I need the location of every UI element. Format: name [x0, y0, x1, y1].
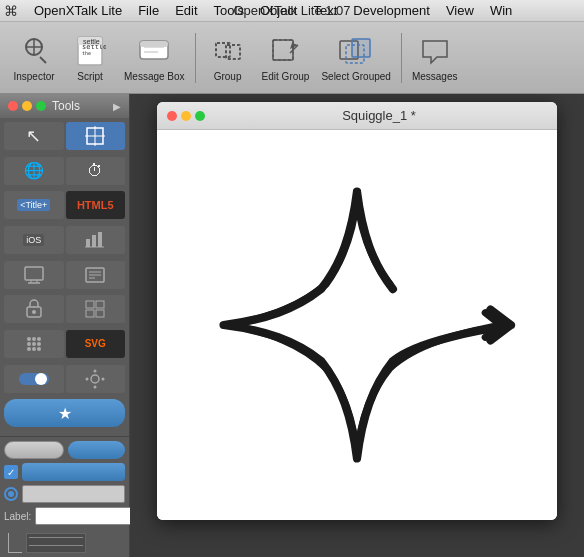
menu-app[interactable]: OpenXTalk Lite — [26, 0, 130, 22]
message-box-icon — [136, 33, 172, 69]
menu-tools[interactable]: Tools — [206, 0, 252, 22]
star-tool[interactable]: ★ — [4, 399, 125, 427]
svg-point-51 — [37, 342, 41, 346]
menu-object[interactable]: Object — [252, 0, 306, 22]
group-icon — [210, 33, 246, 69]
svg-point-58 — [94, 369, 97, 372]
svg-line-3 — [40, 57, 46, 63]
edit-group-label: Edit Group — [262, 71, 310, 82]
svg-rect-45 — [96, 310, 104, 317]
message-box-label: Message Box — [124, 71, 185, 82]
svg-point-61 — [102, 377, 105, 380]
svg-point-40 — [32, 310, 36, 314]
message-box-button[interactable]: Message Box — [120, 26, 189, 90]
svg-point-59 — [94, 385, 97, 388]
canvas-close-dot[interactable] — [167, 111, 177, 121]
svg-rect-44 — [86, 310, 94, 317]
monitor-tool[interactable] — [4, 261, 64, 289]
pill-button-1[interactable] — [4, 441, 64, 459]
globe-tool[interactable]: 🌐 — [4, 157, 64, 185]
title-tool[interactable]: <Title+ — [4, 191, 64, 219]
canvas-title: Squiggle_1 * — [211, 108, 547, 123]
svg-text:settle: settle — [83, 38, 100, 45]
radio-display — [22, 485, 125, 503]
radio-1[interactable] — [4, 487, 18, 501]
svg-point-50 — [32, 342, 36, 346]
messages-icon — [417, 33, 453, 69]
script-icon: settle the settle — [72, 33, 108, 69]
svg-tool[interactable]: SVG — [66, 330, 126, 358]
svg-point-60 — [86, 377, 89, 380]
grid-tool[interactable] — [66, 295, 126, 323]
checkbox-color-btn[interactable] — [22, 463, 125, 481]
cursor-tool[interactable]: ↖ — [4, 122, 64, 150]
close-dot[interactable] — [8, 101, 18, 111]
canvas-maximize-dot[interactable] — [195, 111, 205, 121]
menu-view[interactable]: View — [438, 0, 482, 22]
options-tool[interactable] — [66, 365, 126, 393]
dots-tool[interactable] — [4, 330, 64, 358]
lock-tool[interactable] — [4, 295, 64, 323]
radio-row — [4, 485, 125, 503]
crosshair-tool[interactable] — [66, 122, 126, 150]
toolbar: Inspector settle the settle Script Messa… — [0, 22, 584, 94]
text-tool-row — [0, 529, 129, 557]
blue-pill-button[interactable] — [68, 441, 126, 459]
group-button[interactable]: Group — [202, 26, 254, 90]
select-grouped-button[interactable]: Select Grouped — [317, 26, 395, 90]
svg-rect-15 — [273, 40, 293, 60]
html5-tool[interactable]: HTML5 — [66, 191, 126, 219]
label-text: Label: — [4, 511, 31, 522]
script-label: Script — [77, 71, 103, 82]
squiggle-drawing — [157, 130, 557, 520]
toolbar-divider-1 — [195, 33, 196, 83]
svg-point-48 — [37, 337, 41, 341]
ios-tool[interactable]: iOS — [4, 226, 64, 254]
svg-rect-42 — [86, 301, 94, 308]
svg-rect-28 — [92, 235, 96, 247]
checkbox-1[interactable]: ✓ — [4, 465, 18, 479]
svg-point-47 — [32, 337, 36, 341]
label-field-row: Label: — [4, 507, 125, 525]
svg-point-54 — [37, 347, 41, 351]
select-grouped-label: Select Grouped — [321, 71, 391, 82]
text-box-preview — [26, 533, 86, 553]
svg-rect-12 — [140, 41, 168, 47]
svg-rect-27 — [86, 239, 90, 247]
canvas-traffic-dots — [167, 111, 205, 121]
tools-header: Tools ▶ — [0, 94, 129, 118]
menu-win[interactable]: Win — [482, 0, 520, 22]
menu-bar: ⌘ OpenXTalk Lite OpenXTalk Lite 1.07 Fil… — [0, 0, 584, 22]
menu-development[interactable]: Development — [345, 0, 438, 22]
svg-point-52 — [27, 347, 31, 351]
field-tool[interactable] — [66, 261, 126, 289]
tools-grid: ↖ 🌐 ⏱ <Title+ HTML5 — [0, 118, 129, 436]
svg-point-56 — [35, 373, 47, 385]
tools-panel: Tools ▶ ↖ 🌐 ⏱ < — [0, 94, 130, 557]
menu-text[interactable]: Text — [305, 0, 345, 22]
apple-menu[interactable]: ⌘ — [4, 3, 18, 19]
inspector-button[interactable]: Inspector — [8, 26, 60, 90]
checkbox-row: ✓ — [4, 463, 125, 481]
clock-tool[interactable]: ⏱ — [66, 157, 126, 185]
menu-edit[interactable]: Edit — [167, 0, 205, 22]
edit-group-button[interactable]: Edit Group — [258, 26, 314, 90]
canvas-content[interactable] — [157, 130, 557, 520]
messages-button[interactable]: Messages — [408, 26, 462, 90]
tools-bottom: ✓ Label: — [0, 436, 129, 529]
toggle-tool[interactable] — [4, 365, 64, 393]
messages-label: Messages — [412, 71, 458, 82]
minimize-dot[interactable] — [22, 101, 32, 111]
svg-rect-31 — [25, 267, 43, 280]
group-label: Group — [214, 71, 242, 82]
maximize-dot[interactable] — [36, 101, 46, 111]
chart-tool[interactable] — [66, 226, 126, 254]
svg-rect-21 — [352, 39, 370, 57]
canvas-minimize-dot[interactable] — [181, 111, 191, 121]
tools-expand-icon[interactable]: ▶ — [113, 101, 121, 112]
svg-point-49 — [27, 342, 31, 346]
tools-title: Tools — [52, 99, 80, 113]
menu-file[interactable]: File — [130, 0, 167, 22]
svg-point-46 — [27, 337, 31, 341]
script-button[interactable]: settle the settle Script — [64, 26, 116, 90]
